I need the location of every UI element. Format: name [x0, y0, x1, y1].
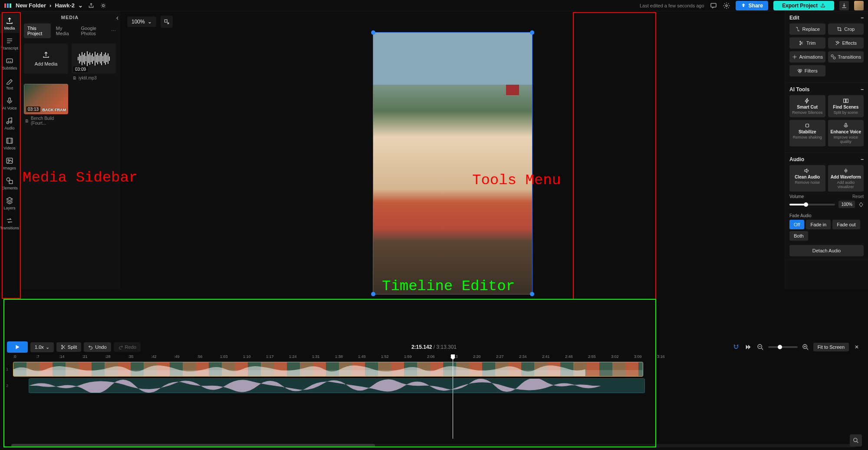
collapse-icon[interactable]: − [861, 156, 864, 162]
detach-audio-button[interactable]: Detach Audio [789, 245, 864, 256]
sidebar-item-aivoice[interactable]: AI Voice [0, 94, 19, 113]
download-icon[interactable] [839, 1, 849, 10]
clip-waveform [13, 362, 585, 376]
add-media-button[interactable]: Add Media [24, 43, 68, 74]
volume-label: Volume [789, 194, 852, 199]
comment-icon[interactable] [710, 2, 717, 10]
share-link-icon[interactable] [87, 2, 95, 10]
export-button[interactable]: Export Project [773, 1, 834, 10]
video-clip[interactable] [13, 362, 643, 377]
animations-button[interactable]: Animations [789, 51, 825, 63]
trim-button[interactable]: Trim [789, 37, 825, 49]
ruler-tick: :42 [151, 354, 174, 361]
tab-google-photos[interactable]: Google Photos [78, 23, 109, 38]
sidebar-item-elements[interactable]: Elements [0, 174, 19, 193]
fade-off-button[interactable]: Off [789, 220, 804, 229]
crop-button[interactable]: Crop [828, 23, 864, 35]
sidebar-item-audio[interactable]: Audio [0, 114, 19, 133]
gear-icon[interactable] [723, 2, 730, 10]
sidebar-item-transitions[interactable]: Transitions [0, 214, 19, 233]
redo-button[interactable]: Redo [114, 342, 141, 352]
split-button[interactable]: Split [56, 342, 81, 352]
smart-cut-button[interactable]: Smart CutRemove Silences [789, 95, 825, 117]
share-button[interactable]: Share [736, 1, 768, 10]
sidebar-item-text[interactable]: Text [0, 74, 19, 93]
find-scenes-button[interactable]: Find ScenesSplit by scene [828, 95, 864, 117]
collapse-icon[interactable]: − [861, 86, 864, 93]
volume-value[interactable]: 100% [838, 201, 855, 208]
scrollbar-thumb[interactable] [11, 444, 375, 447]
fade-both-button[interactable]: Both [789, 231, 808, 241]
ruler-tick: 3:09 [634, 354, 657, 361]
filters-button[interactable]: Filters [789, 65, 825, 76]
effects-button[interactable]: Effects [828, 37, 864, 49]
tab-my-media[interactable]: My Media [53, 23, 76, 38]
ruler-tick: :21 [82, 354, 105, 361]
chevron-down-icon[interactable]: ⌄ [78, 2, 83, 9]
breadcrumb-folder[interactable]: New Folder [16, 2, 46, 9]
fade-out-button[interactable]: Fade out [832, 220, 860, 229]
zoom-slider[interactable] [768, 346, 798, 348]
ruler-tick: 1:52 [381, 354, 404, 361]
zoom-out-icon[interactable] [756, 343, 765, 351]
sidebar-item-layers[interactable]: Layers [0, 194, 19, 213]
more-icon[interactable]: ⋯ [111, 28, 116, 34]
sidebar-item-images[interactable]: Images [0, 154, 19, 173]
stabilize-button[interactable]: StabilizeRemove shaking [789, 120, 825, 146]
sidebar-item-videos[interactable]: Videos [0, 134, 19, 153]
skip-icon[interactable] [744, 343, 753, 351]
svg-point-0 [102, 4, 105, 7]
collapse-icon[interactable]: ‹ [116, 14, 118, 22]
collapse-icon[interactable]: − [861, 15, 864, 21]
sidebar-item-subtitles[interactable]: Subtitles [0, 54, 19, 73]
timeline-ruler[interactable]: :0:7:14:21:28:35:42:49:561:031:101:171:2… [4, 354, 864, 361]
ruler-tick: 1:59 [404, 354, 427, 361]
volume-reset[interactable]: Reset [852, 194, 864, 199]
fit-screen-button[interactable]: Fit to Screen [813, 343, 849, 351]
transitions-button[interactable]: Transitions [828, 51, 864, 63]
zoom-select[interactable]: 100%⌄ [127, 17, 156, 27]
media-item-video[interactable]: 03:13 BACK FRAM 🗎Bench Build (Fourt... [24, 84, 68, 126]
keyframe-icon[interactable] [858, 202, 864, 207]
volume-slider[interactable] [789, 204, 835, 205]
zoom-in-icon[interactable] [801, 343, 810, 351]
app-logo[interactable] [4, 3, 11, 8]
selection-handle[interactable] [530, 292, 534, 296]
speed-button[interactable]: 1.0x⌄ [30, 342, 54, 352]
clean-audio-button[interactable]: Clean AudioRemove noise [789, 165, 825, 192]
audio-clip[interactable] [29, 378, 645, 393]
upload-icon [42, 51, 50, 59]
replace-button[interactable]: Replace [789, 23, 825, 35]
selection-handle[interactable] [530, 30, 534, 35]
ruler-tick: :35 [128, 354, 151, 361]
timeline-search-button[interactable] [850, 434, 862, 447]
selection-handle[interactable] [371, 292, 375, 296]
enhance-voice-button[interactable]: Enhance VoiceImprove voice quality [828, 120, 864, 146]
video-preview[interactable] [373, 32, 533, 294]
fade-in-button[interactable]: Fade in [806, 220, 831, 229]
detach-preview-button[interactable] [161, 16, 173, 28]
svg-rect-3 [7, 59, 13, 63]
svg-point-2 [726, 5, 727, 7]
media-item-name: 🗎iyktil.mp3 [72, 74, 116, 80]
selection-handle[interactable] [371, 30, 375, 35]
duration-badge: 03:13 [26, 106, 40, 112]
track-row: 2 [6, 378, 864, 394]
breadcrumb-project[interactable]: Hawk-2 [55, 2, 75, 9]
play-button[interactable] [7, 341, 28, 353]
close-icon[interactable]: ✕ [852, 343, 861, 351]
add-waveform-button[interactable]: Add WaveformAdd audio visualizer [828, 165, 864, 192]
undo-button[interactable]: Undo [84, 342, 111, 352]
playhead[interactable] [453, 354, 453, 439]
svg-rect-22 [846, 99, 848, 103]
tab-this-project[interactable]: This Project [24, 23, 51, 38]
magnet-icon[interactable] [732, 343, 740, 351]
lightbulb-icon[interactable] [99, 2, 107, 10]
avatar[interactable] [854, 1, 864, 10]
media-item-audio[interactable]: 03:09 🗎iyktil.mp3 [72, 43, 116, 80]
sidebar-item-media[interactable]: Media [0, 14, 19, 33]
timeline-scrollbar[interactable] [11, 444, 857, 447]
preview-content [506, 85, 519, 95]
voice-icon [843, 122, 849, 129]
sidebar-item-transcript[interactable]: Transcript [0, 34, 19, 53]
